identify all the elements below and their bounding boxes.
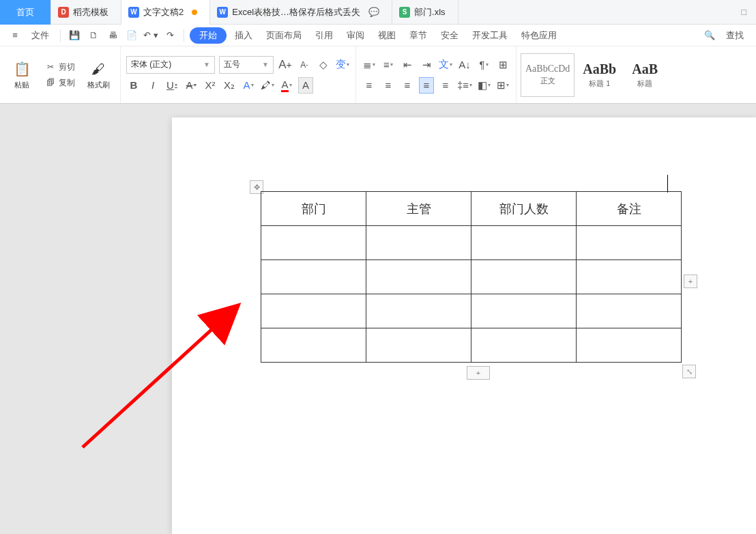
style-heading2[interactable]: AaB 标题 xyxy=(624,53,665,97)
menu-review[interactable]: 审阅 xyxy=(341,29,370,42)
clipboard-icon: 📋 xyxy=(12,59,31,79)
document-page[interactable]: ✥ 部门 主管 部门人数 备注 + + ⤡ xyxy=(172,117,756,534)
paste-label: 粘贴 xyxy=(14,80,29,90)
increase-indent-icon[interactable]: ⇥ xyxy=(419,57,434,73)
line-spacing-icon[interactable]: ‡≡▾ xyxy=(457,77,472,94)
style-caption: 标题 xyxy=(637,79,652,89)
align-right-icon[interactable]: ≡ xyxy=(400,77,415,94)
menu-insert[interactable]: 插入 xyxy=(229,29,258,42)
font-color-icon[interactable]: A▾ xyxy=(279,77,294,94)
search-icon[interactable]: 🔍 xyxy=(701,27,718,44)
window-control-icon[interactable]: □ xyxy=(731,7,756,17)
table-header-cell[interactable]: 部门 xyxy=(261,192,366,226)
print-preview-icon[interactable]: 🗋 xyxy=(85,27,102,44)
brush-icon: 🖌 xyxy=(89,59,108,79)
tab-label: Excel表格技…格保存后格式丢失 xyxy=(232,6,360,18)
distribute-icon[interactable]: ≡ xyxy=(438,77,453,94)
style-heading1[interactable]: AaBb 标题 1 xyxy=(579,53,620,97)
table-row[interactable] xyxy=(261,226,682,260)
menu-pagelayout[interactable]: 页面布局 xyxy=(261,29,307,42)
ribbon-clipboard: 📋 粘贴 ✂剪切 🗐复制 🖌 格式刷 xyxy=(0,46,121,103)
table-add-column-handle[interactable]: + xyxy=(684,275,697,288)
shading-icon[interactable]: ◧▾ xyxy=(476,77,491,94)
menu-start[interactable]: 开始 xyxy=(190,27,227,44)
table-header-cell[interactable]: 备注 xyxy=(577,192,682,226)
text-direction-icon[interactable]: 文▾ xyxy=(438,57,453,73)
table-add-row-handle[interactable]: + xyxy=(467,366,490,380)
cut-button[interactable]: ✂剪切 xyxy=(42,60,78,74)
tab-xls-doc[interactable]: S 部门.xls xyxy=(392,0,459,25)
highlight-icon[interactable]: 🖍▾ xyxy=(260,77,275,94)
copy-icon: 🗐 xyxy=(45,77,56,88)
align-justify-icon[interactable]: ≡ xyxy=(419,77,434,94)
copy-button[interactable]: 🗐复制 xyxy=(42,76,78,90)
table-row[interactable] xyxy=(261,328,682,363)
menu-section[interactable]: 章节 xyxy=(404,29,433,42)
text-effect-icon[interactable]: A▾ xyxy=(241,77,256,94)
save-icon[interactable]: 💾 xyxy=(66,27,83,44)
document-table[interactable]: 部门 主管 部门人数 备注 xyxy=(261,191,682,363)
numbering-icon[interactable]: ≡▾ xyxy=(381,57,396,73)
font-size-select[interactable]: 五号▼ xyxy=(219,56,274,74)
paste-button[interactable]: 📋 粘贴 xyxy=(5,59,38,90)
docer-icon: D xyxy=(58,7,69,18)
char-shading-icon[interactable]: A xyxy=(298,77,313,94)
quick-print-icon[interactable]: 📄 xyxy=(123,27,140,44)
style-normal[interactable]: AaBbCcDd 正文 xyxy=(521,53,575,97)
bullets-icon[interactable]: ≣▾ xyxy=(362,57,377,73)
writer-icon: W xyxy=(217,7,228,18)
tab-label: 文字文稿2 xyxy=(143,6,184,18)
text-cursor xyxy=(667,175,668,193)
document-workarea: ✥ 部门 主管 部门人数 备注 + + ⤡ xyxy=(0,104,756,534)
ribbon-styles: AaBbCcDd 正文 AaBb 标题 1 AaB 标题 xyxy=(517,46,669,103)
table-row[interactable] xyxy=(261,294,682,328)
align-center-icon[interactable]: ≡ xyxy=(381,77,396,94)
sort-icon[interactable]: A↓ xyxy=(457,57,472,73)
undo-icon[interactable]: ↶ ▾ xyxy=(143,27,159,44)
table-header-cell[interactable]: 主管 xyxy=(366,192,471,226)
table-resize-handle[interactable]: ⤡ xyxy=(682,365,696,378)
table-icon[interactable]: ⊞ xyxy=(495,57,510,73)
phonetic-guide-icon[interactable]: 变▾ xyxy=(335,57,350,73)
tab-excel-doc[interactable]: W Excel表格技…格保存后格式丢失 💬 xyxy=(210,0,392,25)
strikethrough-icon[interactable]: A▾ xyxy=(184,77,199,94)
align-left-icon[interactable]: ≡ xyxy=(362,77,377,94)
menu-reference[interactable]: 引用 xyxy=(310,29,338,42)
menu-devtools[interactable]: 开发工具 xyxy=(467,29,513,42)
font-name-select[interactable]: 宋体 (正文)▼ xyxy=(126,56,215,74)
menu-view[interactable]: 视图 xyxy=(373,29,401,42)
table-header-cell[interactable]: 部门人数 xyxy=(471,192,577,226)
print-icon[interactable]: 🖶 xyxy=(104,27,121,44)
menu-special[interactable]: 特色应用 xyxy=(516,29,562,42)
tab-current-document[interactable]: W 文字文稿2 xyxy=(121,0,210,25)
superscript-icon[interactable]: X² xyxy=(203,77,218,94)
unsaved-dot-icon xyxy=(192,10,197,15)
ribbon-font: 宋体 (正文)▼ 五号▼ A+ A- ◇ 变▾ B I U▾ A▾ X² X₂ … xyxy=(121,46,356,103)
ribbon-paragraph: ≣▾ ≡▾ ⇤ ⇥ 文▾ A↓ ¶▾ ⊞ ≡ ≡ ≡ ≡ ≡ ‡≡▾ ◧▾ ⊞▾ xyxy=(356,46,517,103)
subscript-icon[interactable]: X₂ xyxy=(222,77,237,94)
clear-format-icon[interactable]: ◇ xyxy=(316,57,331,73)
tab-home[interactable]: 首页 xyxy=(0,0,51,25)
format-painter-button[interactable]: 🖌 格式刷 xyxy=(82,59,115,90)
sheets-icon: S xyxy=(399,7,410,18)
style-sample: AaB xyxy=(632,61,658,77)
menu-find[interactable]: 查找 xyxy=(721,29,749,42)
redo-icon[interactable]: ↷ xyxy=(162,27,178,44)
table-row[interactable] xyxy=(261,260,682,294)
writer-icon: W xyxy=(128,7,139,18)
menu-security[interactable]: 安全 xyxy=(435,29,464,42)
italic-icon[interactable]: I xyxy=(145,77,160,94)
style-sample: AaBb xyxy=(583,61,616,77)
borders-icon[interactable]: ⊞▾ xyxy=(495,77,510,94)
tab-template[interactable]: D 稻壳模板 xyxy=(51,0,121,25)
hamburger-icon[interactable]: ≡ xyxy=(7,27,23,44)
increase-font-icon[interactable]: A+ xyxy=(278,57,293,73)
show-marks-icon[interactable]: ¶▾ xyxy=(476,57,491,73)
separator xyxy=(184,29,184,42)
table-header-row[interactable]: 部门 主管 部门人数 备注 xyxy=(261,192,682,226)
bold-icon[interactable]: B xyxy=(126,77,141,94)
decrease-indent-icon[interactable]: ⇤ xyxy=(400,57,415,73)
menu-file[interactable]: 文件 xyxy=(26,29,55,42)
decrease-font-icon[interactable]: A- xyxy=(297,57,312,73)
underline-icon[interactable]: U▾ xyxy=(164,77,179,94)
